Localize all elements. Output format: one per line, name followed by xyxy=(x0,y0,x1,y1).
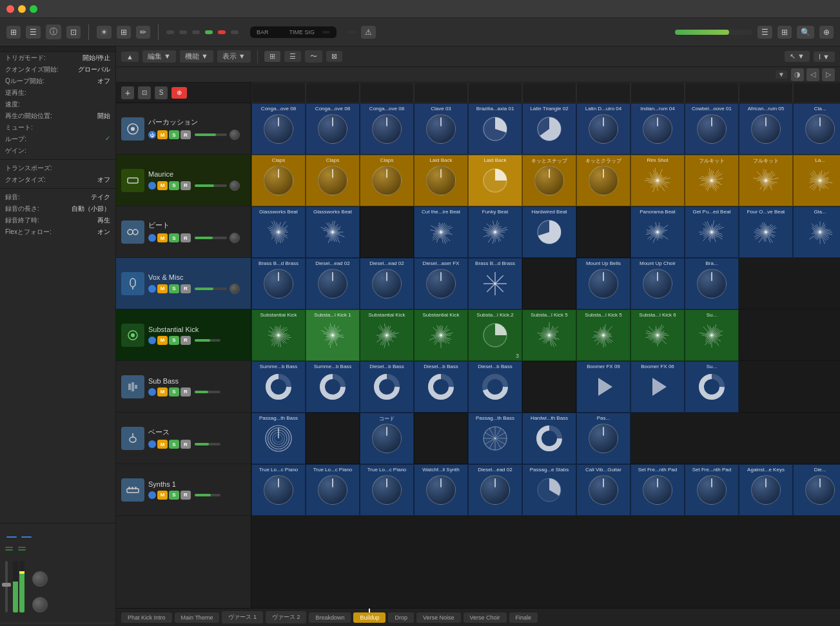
grid-cell[interactable]: コード xyxy=(360,413,414,464)
copy-track-button[interactable]: ⊡ xyxy=(138,86,151,99)
grid-cell[interactable]: Summe...b Bass xyxy=(251,361,306,413)
play-button[interactable] xyxy=(205,30,213,34)
pan-percussion[interactable] xyxy=(230,130,240,140)
grid-cell[interactable]: Diesel...aser FX xyxy=(414,258,468,309)
mute-btn-subbass[interactable]: M xyxy=(157,387,168,396)
solo-btn-kick[interactable]: S xyxy=(169,336,179,345)
grid-cell[interactable]: Cali Vib...Guitar xyxy=(576,464,630,516)
grid-cell[interactable]: フルキット xyxy=(739,155,793,206)
volume-beat[interactable] xyxy=(195,237,227,239)
solo-btn-maurice[interactable]: S xyxy=(169,181,179,190)
rec-btn-synths[interactable]: R xyxy=(181,491,191,500)
grid-cell[interactable]: Substa...l Kick 1 xyxy=(306,309,360,361)
minimize-button[interactable] xyxy=(18,5,26,13)
solo-btn-vox[interactable]: S xyxy=(169,284,179,293)
read-btn-1[interactable] xyxy=(5,549,13,551)
grid-cell[interactable]: Claps xyxy=(251,155,306,206)
grid-cell[interactable]: Cut the...ire Beat xyxy=(414,206,468,258)
quantize-toggle-1[interactable]: ◑ xyxy=(791,68,804,81)
quantize-select[interactable]: ▼ xyxy=(776,70,787,79)
grid-cell[interactable]: True Lo...c Piano xyxy=(251,464,306,516)
grid-cell[interactable]: キッとクラップ xyxy=(576,155,630,206)
grid-cell[interactable]: フルキット xyxy=(685,155,739,206)
grid-view-toggle[interactable]: ⊞ xyxy=(264,51,280,62)
grid-cell[interactable]: Laid Back xyxy=(414,155,468,206)
grid-cell[interactable]: Four O...ve Beat xyxy=(739,206,793,258)
rec-btn-beat[interactable]: R xyxy=(181,233,191,242)
grid-cell[interactable]: Mount Up Bells xyxy=(576,258,630,309)
grid-cell[interactable]: Cla... xyxy=(793,103,840,155)
section-button-7[interactable]: Verse Noise xyxy=(416,612,461,623)
grid-cell[interactable]: Pas... xyxy=(576,413,630,464)
info-button[interactable]: ⓘ xyxy=(46,24,61,39)
grid-cell[interactable] xyxy=(576,206,630,258)
grid-cell[interactable]: キッとスナップ xyxy=(522,155,576,206)
grid-cell[interactable]: Su... xyxy=(685,309,739,361)
grid-cell[interactable]: Substa...l Kick 6 xyxy=(630,309,685,361)
list-view-button[interactable]: ☰ xyxy=(757,26,772,39)
power-btn-maurice[interactable] xyxy=(148,182,156,190)
grid-cell[interactable]: Brass B...d Brass xyxy=(251,258,306,309)
grid-cell[interactable]: Get Pu...ed Beat xyxy=(685,206,739,258)
edit-menu[interactable]: 編集 ▼ xyxy=(142,50,176,63)
grid-cell[interactable]: African...rum 05 xyxy=(739,103,793,155)
volume-vox[interactable] xyxy=(195,288,227,290)
bus2-button[interactable] xyxy=(21,536,32,538)
mixer-button[interactable]: ⊞ xyxy=(117,26,131,39)
mute-btn-beat[interactable]: M xyxy=(157,233,168,242)
brightness-button[interactable]: ☀ xyxy=(97,26,112,39)
grid-view-button[interactable]: ⊞ xyxy=(777,26,792,39)
wave-view-toggle[interactable]: 〜 xyxy=(305,50,322,63)
grid-cell[interactable]: Hardwi...th Bass xyxy=(522,413,576,464)
volume-bass[interactable] xyxy=(195,443,220,445)
grid-cell[interactable]: Substantial Kick xyxy=(251,309,306,361)
grid-cell[interactable]: Latin Triangle 02 xyxy=(522,103,576,155)
mute-btn-maurice[interactable]: M xyxy=(157,181,168,190)
power-btn-beat[interactable] xyxy=(148,234,156,242)
solo-btn-bass[interactable]: S xyxy=(169,440,179,449)
grid-cell[interactable] xyxy=(306,413,360,464)
grid-cell[interactable]: Diesel...ead 02 xyxy=(306,258,360,309)
fader-1[interactable] xyxy=(5,558,8,612)
section-button-6[interactable]: Drop xyxy=(388,612,414,623)
stop-button[interactable] xyxy=(192,30,200,34)
volume-percussion[interactable] xyxy=(195,133,227,136)
rewind-button[interactable] xyxy=(166,30,174,34)
section-button-1[interactable]: Main Theme xyxy=(175,612,220,623)
group-btn-2[interactable] xyxy=(18,547,26,548)
solo-btn-percussion[interactable]: S xyxy=(169,130,179,139)
read-btn-2[interactable] xyxy=(18,549,26,551)
grid-cell[interactable]: True Lo...c Piano xyxy=(360,464,414,516)
grid-cell[interactable]: Boomer FX 09 xyxy=(576,361,630,413)
pencil-button[interactable]: ✏ xyxy=(136,26,150,39)
grid-cell[interactable]: Glassworks Beat xyxy=(251,206,306,258)
add-track-button[interactable]: + xyxy=(121,86,134,99)
alert-button[interactable]: ⚠ xyxy=(361,26,376,39)
expand-toggle[interactable]: ⊠ xyxy=(326,51,342,62)
grid-cell[interactable]: Set Fre...nth Pad xyxy=(630,464,685,516)
solo-btn-subbass[interactable]: S xyxy=(169,387,179,396)
close-button[interactable] xyxy=(6,5,14,13)
grid-cell[interactable]: Summe...b Bass xyxy=(306,361,360,413)
section-button-4[interactable]: Breakdown xyxy=(309,612,351,623)
share-button[interactable]: ⊕ xyxy=(819,26,834,39)
grid-cell[interactable]: Passag...th Bass xyxy=(251,413,306,464)
grid-cell[interactable]: Su... xyxy=(685,361,739,413)
volume-kick[interactable] xyxy=(195,339,220,342)
grid-cell[interactable]: True Lo...c Piano xyxy=(306,464,360,516)
maximize-button[interactable] xyxy=(30,5,37,13)
grid-cell[interactable]: Diesel...b Bass xyxy=(414,361,468,413)
record-button[interactable] xyxy=(218,30,226,34)
grid-cell[interactable]: Mount Up Choir xyxy=(630,258,685,309)
section-button-8[interactable]: Verse Choir xyxy=(464,612,507,623)
knob-2[interactable] xyxy=(32,597,48,612)
grid-cell[interactable]: Substantial Kick xyxy=(360,309,414,361)
power-btn-percussion[interactable]: ⏻ xyxy=(148,131,156,139)
grid-cell[interactable]: Set Fre...nth Pad xyxy=(685,464,739,516)
pencil-tool[interactable]: I ▼ xyxy=(814,52,835,62)
rec-btn-percussion[interactable]: R xyxy=(181,130,191,139)
grid-cell[interactable] xyxy=(414,413,468,464)
grid-cell[interactable]: Laid Back xyxy=(468,155,522,206)
grid-cell[interactable]: Diesel...ead 02 xyxy=(360,258,414,309)
list-view-toggle[interactable]: ☰ xyxy=(284,51,301,62)
